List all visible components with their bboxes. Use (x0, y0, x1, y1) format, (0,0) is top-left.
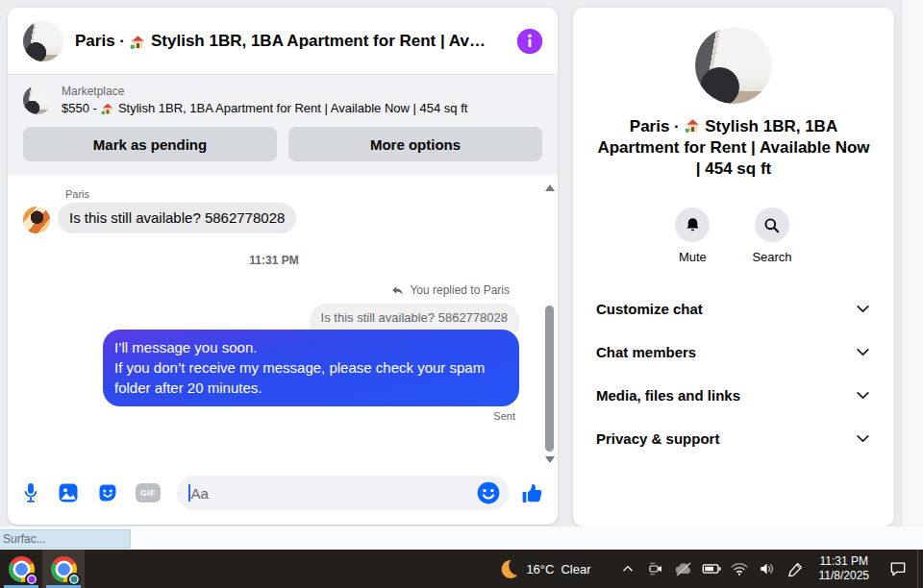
listing-avatar (23, 21, 63, 61)
tray-battery-button[interactable] (698, 550, 726, 588)
chat-title-suffix: Stylish 1BR, 1BA Apartment for Rent | Av… (151, 32, 486, 51)
taskbar-weather-widget[interactable]: 16°C Clear (488, 550, 600, 588)
scrollbar-thumb[interactable] (545, 306, 554, 452)
weather-temperature: 16°C (526, 562, 554, 576)
conversation-details-panel: Paris · Stylish 1BR, 1BA Apartment for R… (573, 8, 894, 527)
chat-title: Paris · Stylish 1BR, 1BA Apartment for R… (75, 32, 506, 51)
photo-icon (57, 481, 80, 504)
message-composer: GIF Aa (8, 469, 558, 525)
voice-message-button[interactable] (21, 481, 40, 504)
notification-bubble-icon (888, 559, 908, 578)
desktop: Paris · Stylish 1BR, 1BA Apartment for R… (0, 0, 923, 588)
chrome-profile-badge-teal (67, 573, 81, 586)
message-timestamp: 11:31 PM (23, 254, 525, 267)
microphone-icon (21, 481, 40, 504)
menu-item-chat-members[interactable]: Chat members (594, 331, 873, 374)
outgoing-message-bubble: I’ll message you soon. If you don’t rece… (103, 330, 519, 406)
search-icon (762, 216, 781, 234)
taskbar-chrome-window-1[interactable] (0, 550, 42, 588)
taskbar-chrome-window-2[interactable] (42, 550, 85, 588)
scroll-up-arrow[interactable] (545, 184, 555, 191)
show-desktop-button[interactable] (917, 550, 923, 588)
chat-scrollbar[interactable] (543, 179, 557, 465)
tray-meet-now-button[interactable] (642, 550, 670, 588)
message-list: Paris Is this still available? 586277802… (8, 175, 558, 469)
mark-as-pending-button[interactable]: Mark as pending (23, 127, 277, 161)
listing-price: $550 - (62, 101, 97, 115)
chat-window: Paris · Stylish 1BR, 1BA Apartment for R… (8, 8, 558, 525)
tray-wifi-button[interactable] (726, 550, 754, 588)
menu-item-media-files-links[interactable]: Media, files and links (594, 374, 873, 417)
search-label: Search (752, 250, 791, 264)
marketplace-listing-summary: $550 - Stylish 1BR, 1BA Apartment for Re… (62, 101, 467, 115)
tray-pen-button[interactable] (782, 550, 810, 588)
reply-context-label: You replied to Paris (410, 283, 510, 297)
text-caret (188, 484, 190, 502)
browser-status-tooltip: Surfac... (0, 529, 131, 549)
action-center-button[interactable] (879, 550, 917, 588)
reply-context: You replied to Paris (23, 283, 510, 297)
info-icon (517, 29, 542, 54)
marketplace-listing-thumb (23, 86, 52, 114)
chevron-down-icon (855, 387, 871, 404)
tray-volume-button[interactable] (754, 550, 782, 588)
meet-now-icon (647, 560, 664, 577)
speaker-icon (758, 559, 777, 578)
search-in-conversation-button[interactable]: Search (752, 208, 791, 264)
reply-arrow-icon (391, 284, 404, 297)
tray-show-hidden-icons-button[interactable] (614, 550, 642, 588)
incoming-message-bubble: Is this still available? 5862778028 (58, 203, 296, 233)
clock-date: 11/8/2025 (819, 569, 870, 583)
sender-name: Paris (65, 188, 525, 200)
menu-item-customize-chat[interactable]: Customize chat (594, 287, 873, 331)
thumbs-up-icon (520, 481, 544, 505)
chrome-icon (51, 556, 77, 582)
taskbar-clock[interactable]: 11:31 PM 11/8/2025 (810, 550, 880, 588)
house-emoji-icon (685, 117, 701, 134)
house-emoji-icon (130, 34, 146, 50)
conversation-info-button[interactable] (517, 29, 542, 54)
scroll-down-arrow[interactable] (545, 456, 555, 463)
details-title-prefix: Paris · (630, 117, 680, 135)
send-like-button[interactable] (520, 481, 544, 505)
menu-item-privacy-support[interactable]: Privacy & support (594, 417, 873, 460)
windows-taskbar: 16°C Clear 11:31 PM 11/8/2025 (0, 550, 923, 588)
battery-icon (701, 558, 722, 579)
emoji-button[interactable] (476, 480, 501, 505)
page-bottom-strip (0, 527, 923, 550)
outgoing-line-1: I’ll message you soon. (114, 337, 508, 357)
attach-photo-button[interactable] (57, 481, 80, 504)
marketplace-app-label: Marketplace (62, 85, 467, 98)
details-title: Paris · Stylish 1BR, 1BA Apartment for R… (596, 116, 871, 180)
message-input[interactable]: Aa (177, 476, 509, 510)
menu-item-label: Customize chat (596, 301, 703, 317)
marketplace-text: Marketplace $550 - Stylish 1BR, 1BA Apar… (62, 85, 467, 115)
sticker-icon (96, 481, 119, 504)
wifi-icon (730, 559, 749, 578)
more-options-button[interactable]: More options (288, 127, 542, 161)
chrome-profile-badge-purple (25, 573, 38, 586)
mute-button[interactable]: Mute (675, 208, 710, 264)
delivery-status: Sent (23, 410, 515, 422)
chevron-down-icon (855, 301, 871, 317)
quick-actions: Mute Search (573, 208, 894, 264)
listing-title: Stylish 1BR, 1BA Apartment for Rent | Av… (118, 101, 467, 115)
details-menu: Customize chat Chat members Media, files… (573, 287, 894, 460)
menu-item-label: Chat members (596, 344, 696, 360)
chevron-up-icon (621, 562, 635, 576)
browser-scrollbar-track[interactable] (902, 0, 923, 527)
marketplace-banner: Marketplace $550 - Stylish 1BR, 1BA Apar… (8, 75, 558, 175)
tray-onedrive-offline-button[interactable] (670, 550, 698, 588)
chevron-down-icon (855, 344, 871, 360)
sender-avatar (23, 207, 50, 233)
listing-profile-photo (695, 27, 772, 104)
cloud-off-icon (674, 559, 693, 578)
chevron-down-icon (855, 430, 871, 447)
clock-time: 11:31 PM (819, 554, 870, 569)
sticker-button[interactable] (96, 481, 119, 504)
chrome-icon (9, 556, 35, 582)
gif-button[interactable]: GIF (136, 483, 161, 502)
menu-item-label: Privacy & support (596, 430, 719, 447)
moon-icon (498, 558, 519, 579)
incoming-message-row: Is this still available? 5862778028 (23, 203, 525, 233)
